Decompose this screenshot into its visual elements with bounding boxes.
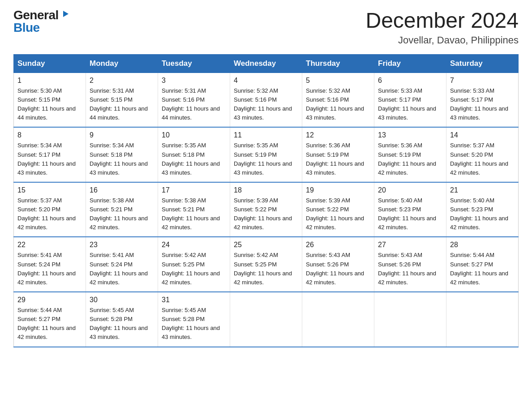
day-number: 12 [306, 131, 370, 139]
day-number: 11 [234, 131, 298, 139]
logo: General Blue [13, 9, 69, 34]
day-info: Sunrise: 5:34 AMSunset: 5:17 PMDaylight:… [17, 141, 82, 177]
day-info: Sunrise: 5:41 AMSunset: 5:24 PMDaylight:… [90, 251, 154, 287]
calendar-cell: 19Sunrise: 5:39 AMSunset: 5:22 PMDayligh… [302, 182, 374, 237]
day-number: 30 [90, 296, 154, 304]
day-number: 25 [234, 241, 298, 249]
calendar-cell: 13Sunrise: 5:36 AMSunset: 5:19 PMDayligh… [374, 127, 446, 182]
calendar-cell: 30Sunrise: 5:45 AMSunset: 5:28 PMDayligh… [86, 292, 158, 347]
logo-arrow-icon [60, 9, 69, 21]
day-info: Sunrise: 5:42 AMSunset: 5:25 PMDaylight:… [234, 251, 298, 287]
day-number: 5 [306, 77, 370, 85]
day-number: 23 [90, 241, 154, 249]
day-info: Sunrise: 5:45 AMSunset: 5:28 PMDaylight:… [162, 306, 226, 342]
calendar-subtitle: Jovellar, Davao, Philippines [365, 34, 519, 46]
calendar-cell: 9Sunrise: 5:34 AMSunset: 5:18 PMDaylight… [86, 127, 158, 182]
calendar-cell: 4Sunrise: 5:32 AMSunset: 5:16 PMDaylight… [230, 73, 302, 127]
calendar-week-row: 1Sunrise: 5:30 AMSunset: 5:15 PMDaylight… [14, 73, 519, 127]
column-header-thursday: Thursday [302, 54, 374, 73]
day-number: 6 [378, 77, 442, 85]
calendar-cell [374, 292, 446, 347]
calendar-cell: 23Sunrise: 5:41 AMSunset: 5:24 PMDayligh… [86, 237, 158, 292]
calendar-week-row: 29Sunrise: 5:44 AMSunset: 5:27 PMDayligh… [14, 292, 519, 347]
day-info: Sunrise: 5:31 AMSunset: 5:16 PMDaylight:… [162, 86, 226, 123]
day-info: Sunrise: 5:36 AMSunset: 5:19 PMDaylight:… [306, 141, 370, 177]
day-info: Sunrise: 5:43 AMSunset: 5:26 PMDaylight:… [378, 251, 442, 287]
calendar-cell: 28Sunrise: 5:44 AMSunset: 5:27 PMDayligh… [446, 237, 519, 292]
day-number: 9 [90, 131, 154, 139]
day-info: Sunrise: 5:40 AMSunset: 5:23 PMDaylight:… [378, 196, 442, 232]
calendar-cell: 12Sunrise: 5:36 AMSunset: 5:19 PMDayligh… [302, 127, 374, 182]
day-number: 21 [450, 186, 515, 194]
day-info: Sunrise: 5:44 AMSunset: 5:27 PMDaylight:… [17, 306, 82, 342]
day-number: 7 [450, 77, 515, 85]
header: General Blue December 2024 Jovellar, Dav… [13, 9, 519, 46]
day-number: 10 [162, 131, 226, 139]
calendar-title: December 2024 [365, 9, 519, 33]
calendar-cell: 22Sunrise: 5:41 AMSunset: 5:24 PMDayligh… [14, 237, 86, 292]
column-header-friday: Friday [374, 54, 446, 73]
day-number: 31 [162, 296, 226, 304]
day-number: 20 [378, 186, 442, 194]
day-info: Sunrise: 5:41 AMSunset: 5:24 PMDaylight:… [17, 251, 82, 287]
day-info: Sunrise: 5:37 AMSunset: 5:20 PMDaylight:… [17, 196, 82, 232]
day-number: 4 [234, 77, 298, 85]
column-header-saturday: Saturday [446, 54, 519, 73]
calendar-cell: 24Sunrise: 5:42 AMSunset: 5:25 PMDayligh… [158, 237, 230, 292]
calendar-header-row: SundayMondayTuesdayWednesdayThursdayFrid… [14, 54, 519, 73]
day-info: Sunrise: 5:39 AMSunset: 5:22 PMDaylight:… [234, 196, 298, 232]
day-info: Sunrise: 5:30 AMSunset: 5:15 PMDaylight:… [17, 86, 82, 123]
calendar-week-row: 8Sunrise: 5:34 AMSunset: 5:17 PMDaylight… [14, 127, 519, 182]
calendar-cell: 3Sunrise: 5:31 AMSunset: 5:16 PMDaylight… [158, 73, 230, 127]
day-info: Sunrise: 5:45 AMSunset: 5:28 PMDaylight:… [90, 306, 154, 342]
calendar-cell: 5Sunrise: 5:32 AMSunset: 5:16 PMDaylight… [302, 73, 374, 127]
day-info: Sunrise: 5:39 AMSunset: 5:22 PMDaylight:… [306, 196, 370, 232]
day-info: Sunrise: 5:43 AMSunset: 5:26 PMDaylight:… [306, 251, 370, 287]
calendar-cell: 1Sunrise: 5:30 AMSunset: 5:15 PMDaylight… [14, 73, 86, 127]
title-area: December 2024 Jovellar, Davao, Philippin… [365, 9, 519, 46]
calendar-cell: 20Sunrise: 5:40 AMSunset: 5:23 PMDayligh… [374, 182, 446, 237]
logo-blue: Blue [13, 21, 40, 34]
day-number: 13 [378, 131, 442, 139]
calendar-cell: 7Sunrise: 5:33 AMSunset: 5:17 PMDaylight… [446, 73, 519, 127]
calendar-cell: 17Sunrise: 5:38 AMSunset: 5:21 PMDayligh… [158, 182, 230, 237]
day-info: Sunrise: 5:35 AMSunset: 5:19 PMDaylight:… [234, 141, 298, 177]
day-info: Sunrise: 5:38 AMSunset: 5:21 PMDaylight:… [162, 196, 226, 232]
calendar-cell: 15Sunrise: 5:37 AMSunset: 5:20 PMDayligh… [14, 182, 86, 237]
day-number: 3 [162, 77, 226, 85]
day-number: 8 [17, 131, 82, 139]
calendar-cell: 14Sunrise: 5:37 AMSunset: 5:20 PMDayligh… [446, 127, 519, 182]
calendar-week-row: 15Sunrise: 5:37 AMSunset: 5:20 PMDayligh… [14, 182, 519, 237]
day-info: Sunrise: 5:42 AMSunset: 5:25 PMDaylight:… [162, 251, 226, 287]
calendar-table: SundayMondayTuesdayWednesdayThursdayFrid… [13, 54, 519, 347]
day-number: 26 [306, 241, 370, 249]
day-info: Sunrise: 5:31 AMSunset: 5:15 PMDaylight:… [90, 86, 154, 123]
day-number: 15 [17, 186, 82, 194]
day-number: 2 [90, 77, 154, 85]
column-header-wednesday: Wednesday [230, 54, 302, 73]
day-number: 28 [450, 241, 515, 249]
day-info: Sunrise: 5:32 AMSunset: 5:16 PMDaylight:… [306, 86, 370, 123]
day-info: Sunrise: 5:33 AMSunset: 5:17 PMDaylight:… [450, 86, 515, 123]
day-info: Sunrise: 5:36 AMSunset: 5:19 PMDaylight:… [378, 141, 442, 177]
calendar-cell: 8Sunrise: 5:34 AMSunset: 5:17 PMDaylight… [14, 127, 86, 182]
day-number: 27 [378, 241, 442, 249]
day-info: Sunrise: 5:44 AMSunset: 5:27 PMDaylight:… [450, 251, 515, 287]
calendar-cell [446, 292, 519, 347]
calendar-cell: 10Sunrise: 5:35 AMSunset: 5:18 PMDayligh… [158, 127, 230, 182]
day-number: 22 [17, 241, 82, 249]
column-header-sunday: Sunday [14, 54, 86, 73]
calendar-week-row: 22Sunrise: 5:41 AMSunset: 5:24 PMDayligh… [14, 237, 519, 292]
day-number: 16 [90, 186, 154, 194]
day-info: Sunrise: 5:40 AMSunset: 5:23 PMDaylight:… [450, 196, 515, 232]
day-info: Sunrise: 5:38 AMSunset: 5:21 PMDaylight:… [90, 196, 154, 232]
logo-general: General [13, 9, 59, 21]
calendar-cell: 25Sunrise: 5:42 AMSunset: 5:25 PMDayligh… [230, 237, 302, 292]
day-info: Sunrise: 5:35 AMSunset: 5:18 PMDaylight:… [162, 141, 226, 177]
day-number: 29 [17, 296, 82, 304]
column-header-monday: Monday [86, 54, 158, 73]
svg-marker-0 [63, 11, 69, 17]
calendar-cell: 11Sunrise: 5:35 AMSunset: 5:19 PMDayligh… [230, 127, 302, 182]
calendar-cell: 29Sunrise: 5:44 AMSunset: 5:27 PMDayligh… [14, 292, 86, 347]
calendar-cell: 16Sunrise: 5:38 AMSunset: 5:21 PMDayligh… [86, 182, 158, 237]
